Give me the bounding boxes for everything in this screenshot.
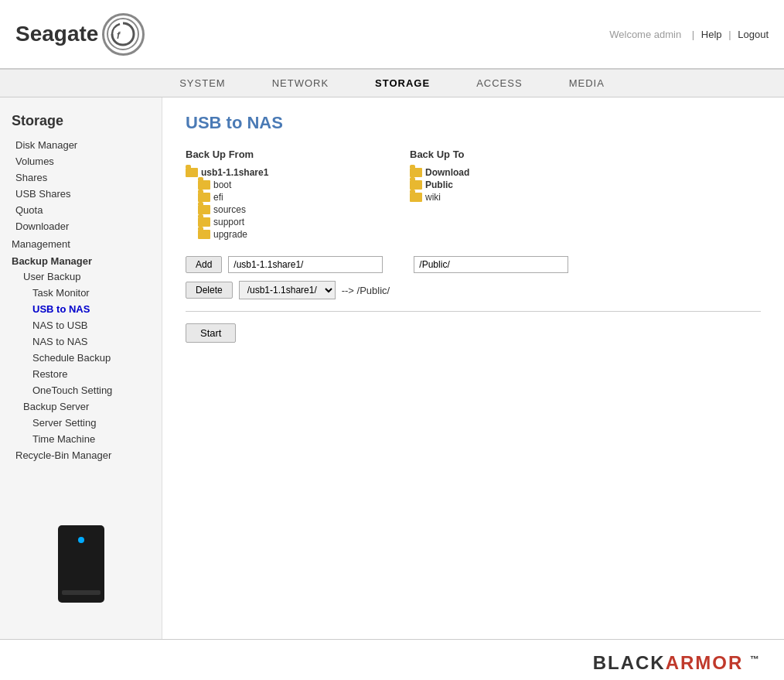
header: Seagate f Welcome admin | Help | Logout bbox=[0, 0, 784, 70]
sidebar-item-restore[interactable]: Restore bbox=[0, 366, 162, 382]
from-tree-boot[interactable]: boot bbox=[186, 179, 379, 191]
svg-text:f: f bbox=[117, 30, 121, 41]
sidebar-item-usb-to-nas[interactable]: USB to NAS bbox=[0, 301, 162, 317]
from-tree-efi[interactable]: efi bbox=[186, 191, 379, 203]
device-image bbox=[58, 525, 104, 603]
sidebar-item-disk-manager[interactable]: Disk Manager bbox=[0, 137, 162, 153]
brand-label: BLACKARMOR ™ bbox=[593, 652, 761, 674]
separator1: | bbox=[692, 29, 694, 40]
nav-network[interactable]: NETWORK bbox=[272, 77, 329, 89]
sidebar-item-server-setting[interactable]: Server Setting bbox=[0, 415, 162, 431]
sidebar-item-quota[interactable]: Quota bbox=[0, 202, 162, 218]
folder-icon-upgrade bbox=[198, 230, 210, 239]
separator bbox=[186, 311, 761, 312]
backup-to-column: Back Up To Download Public wiki bbox=[410, 149, 603, 241]
sidebar-item-time-machine[interactable]: Time Machine bbox=[0, 431, 162, 447]
folder-icon-public bbox=[410, 180, 422, 190]
brand-black: BLACK bbox=[593, 652, 666, 673]
from-tree-upgrade-label: upgrade bbox=[213, 229, 247, 240]
delete-button[interactable]: Delete bbox=[186, 282, 233, 299]
from-tree-root[interactable]: usb1-1.1share1 bbox=[186, 166, 379, 179]
from-tree-sources-label: sources bbox=[213, 204, 246, 215]
from-tree-support-label: support bbox=[213, 217, 244, 227]
brand-armor: ARMOR bbox=[666, 652, 744, 673]
folder-icon-download bbox=[410, 168, 422, 177]
sidebar-item-shares[interactable]: Shares bbox=[0, 169, 162, 186]
add-button[interactable]: Add bbox=[186, 256, 222, 273]
nav-system[interactable]: SYSTEM bbox=[179, 77, 225, 89]
folder-icon-support bbox=[198, 217, 210, 227]
sidebar-group-backup-manager: Backup Manager bbox=[0, 251, 162, 268]
sidebar-item-usb-shares[interactable]: USB Shares bbox=[0, 186, 162, 202]
from-tree-sources[interactable]: sources bbox=[186, 203, 379, 216]
sidebar-item-backup-server[interactable]: Backup Server bbox=[0, 398, 162, 415]
folder-icon-sources bbox=[198, 205, 210, 214]
sidebar-item-downloader[interactable]: Downloader bbox=[0, 218, 162, 234]
to-tree-wiki[interactable]: wiki bbox=[410, 191, 603, 203]
nav-bar: SYSTEM NETWORK STORAGE ACCESS MEDIA bbox=[0, 70, 784, 97]
sidebar-item-nas-to-usb[interactable]: NAS to USB bbox=[0, 317, 162, 333]
folder-icon-wiki bbox=[410, 193, 422, 202]
sidebar-item-task-monitor[interactable]: Task Monitor bbox=[0, 285, 162, 301]
from-tree-boot-label: boot bbox=[213, 179, 231, 190]
help-link[interactable]: Help bbox=[701, 29, 722, 40]
to-tree-download[interactable]: Download bbox=[410, 166, 603, 179]
folder-icon-boot bbox=[198, 180, 210, 190]
to-tree-public-label: Public bbox=[425, 179, 453, 190]
arrow-label: --> /Public/ bbox=[342, 285, 390, 296]
content-area: USB to NAS Back Up From usb1-1.1share1 b… bbox=[162, 97, 784, 639]
start-button[interactable]: Start bbox=[186, 323, 236, 343]
header-right: Welcome admin | Help | Logout bbox=[605, 29, 769, 40]
footer-area: BLACKARMOR ™ bbox=[0, 639, 784, 680]
from-tree: usb1-1.1share1 boot efi sources bbox=[186, 166, 379, 241]
welcome-text: Welcome admin bbox=[609, 29, 681, 40]
folder-icon-efi bbox=[198, 193, 210, 202]
add-to-input[interactable] bbox=[414, 256, 568, 273]
nav-storage[interactable]: STORAGE bbox=[375, 77, 430, 89]
sidebar: Storage Disk Manager Volumes Shares USB … bbox=[0, 97, 162, 639]
logout-link[interactable]: Logout bbox=[738, 29, 769, 40]
backup-columns: Back Up From usb1-1.1share1 boot efi bbox=[186, 149, 761, 241]
backup-from-column: Back Up From usb1-1.1share1 boot efi bbox=[186, 149, 379, 241]
backup-from-title: Back Up From bbox=[186, 149, 379, 160]
sidebar-item-user-backup[interactable]: User Backup bbox=[0, 268, 162, 285]
device-bottom-strip bbox=[62, 590, 101, 595]
to-tree-public[interactable]: Public bbox=[410, 179, 603, 191]
logo-area: Seagate f bbox=[15, 13, 145, 56]
add-to-col bbox=[414, 256, 568, 273]
add-from-input[interactable] bbox=[228, 256, 383, 273]
sidebar-item-volumes[interactable]: Volumes bbox=[0, 153, 162, 169]
from-tree-support[interactable]: support bbox=[186, 216, 379, 228]
main-layout: Storage Disk Manager Volumes Shares USB … bbox=[0, 97, 784, 639]
logo-icon: f bbox=[102, 13, 145, 56]
delete-select[interactable]: /usb1-1.1share1/ bbox=[239, 281, 336, 299]
backup-to-title: Back Up To bbox=[410, 149, 603, 160]
to-tree-wiki-label: wiki bbox=[425, 192, 441, 203]
from-tree-root-label: usb1-1.1share1 bbox=[201, 167, 268, 178]
nav-access[interactable]: ACCESS bbox=[476, 77, 522, 89]
led-indicator bbox=[78, 537, 84, 543]
sidebar-item-nas-to-nas[interactable]: NAS to NAS bbox=[0, 333, 162, 350]
sidebar-title: Storage bbox=[0, 109, 162, 137]
from-tree-upgrade[interactable]: upgrade bbox=[186, 228, 379, 241]
page-title: USB to NAS bbox=[186, 113, 761, 133]
logo-text: Seagate bbox=[15, 22, 98, 46]
folder-icon-root bbox=[186, 168, 198, 177]
from-tree-efi-label: efi bbox=[213, 192, 223, 203]
add-section: Add bbox=[186, 256, 761, 273]
trademark: ™ bbox=[750, 654, 761, 665]
delete-row: Delete /usb1-1.1share1/ --> /Public/ bbox=[186, 281, 761, 299]
sidebar-item-onetouch[interactable]: OneTouch Setting bbox=[0, 382, 162, 398]
nav-media[interactable]: MEDIA bbox=[569, 77, 605, 89]
separator2: | bbox=[728, 29, 731, 40]
sidebar-section-management: Management bbox=[0, 234, 162, 251]
sidebar-item-recycle-bin[interactable]: Recycle-Bin Manager bbox=[0, 447, 162, 463]
to-tree-download-label: Download bbox=[425, 167, 469, 178]
add-from-col: Add bbox=[186, 256, 383, 273]
sidebar-item-schedule-backup[interactable]: Schedule Backup bbox=[0, 350, 162, 366]
to-tree: Download Public wiki bbox=[410, 166, 603, 203]
